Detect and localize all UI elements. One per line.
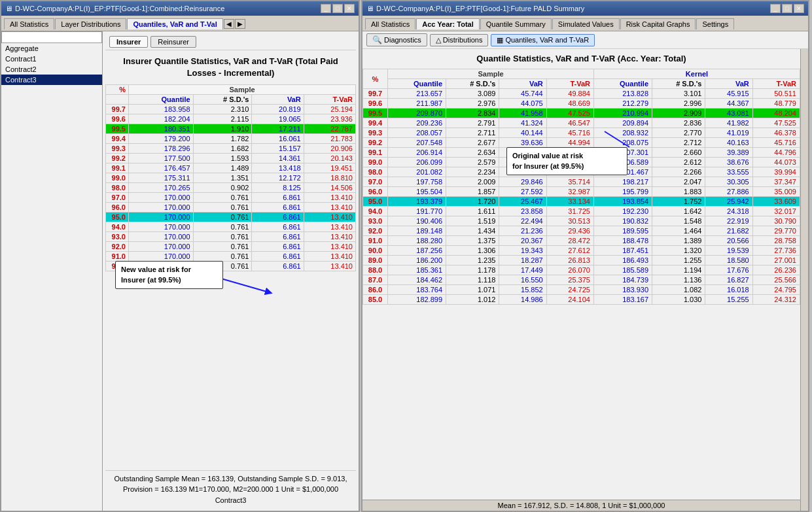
- sidebar-item-contract1[interactable]: Contract1: [1, 54, 102, 64]
- cell-sds: 1.682: [193, 144, 252, 154]
- rh-k-var: VaR: [705, 79, 752, 89]
- cell-s-quantile: 190.406: [388, 216, 446, 226]
- cell-k-var: 24.318: [705, 207, 752, 216]
- cell-pct: 99.5: [106, 124, 129, 134]
- cell-k-var: 41.019: [705, 128, 752, 138]
- subtab-reinsurer[interactable]: Reinsurer: [150, 36, 196, 48]
- tab-all-statistics[interactable]: All Statistics: [4, 18, 54, 29]
- right-scrollbar[interactable]: [800, 49, 808, 511]
- right-tab-settings[interactable]: Settings: [696, 18, 734, 29]
- cell-k-var: 44.367: [705, 99, 752, 109]
- cell-pct: 91.0: [106, 252, 129, 262]
- cell-quantile: 170.000: [129, 232, 194, 242]
- rh-s-var: VaR: [499, 79, 546, 89]
- cell-quantile: 170.000: [129, 242, 194, 252]
- cell-k-var: 41.982: [705, 118, 752, 128]
- cell-var: 20.819: [252, 105, 304, 114]
- cell-pct: 99.1: [363, 148, 388, 158]
- cell-k-sds: 2.712: [652, 138, 705, 148]
- diag-diagnostics[interactable]: 🔍 Diagnostics: [366, 33, 427, 46]
- cell-pct: 99.1: [106, 163, 129, 173]
- cell-pct: 99.4: [363, 118, 388, 128]
- right-tab-quantile-summary[interactable]: Quantile Summary: [480, 18, 552, 29]
- cell-k-quantile: 183.167: [593, 295, 652, 305]
- tab-prev[interactable]: ◀: [224, 19, 234, 29]
- cell-s-var: 39.636: [499, 138, 546, 148]
- cell-k-var: 19.539: [705, 246, 752, 256]
- cell-k-tvar: 24.312: [752, 295, 800, 305]
- right-close-button[interactable]: ✕: [794, 4, 804, 13]
- minimize-button[interactable]: _: [321, 4, 331, 13]
- table-row: 96.0 170.000 0.761 6.861 13.410: [106, 203, 356, 213]
- cell-sds: 0.761: [193, 252, 252, 262]
- right-maximize-button[interactable]: □: [782, 4, 792, 13]
- cell-s-sds: 1.519: [446, 216, 499, 226]
- cell-k-var: 15.255: [705, 295, 752, 305]
- cell-s-var: 17.449: [499, 265, 546, 275]
- table-row: 99.6 182.204 2.115 19.065 23.936: [106, 114, 356, 124]
- cell-s-var: 15.852: [499, 285, 546, 295]
- left-window-controls[interactable]: _ □ ✕: [321, 4, 355, 13]
- cell-s-var: 45.744: [499, 89, 546, 99]
- right-minimize-button[interactable]: _: [770, 4, 781, 13]
- cell-tvar: 22.787: [304, 124, 355, 134]
- right-tab-all-statistics[interactable]: All Statistics: [365, 18, 415, 29]
- cell-pct: 99.0: [106, 173, 129, 183]
- left-subtab-bar: Insurer Reinsurer: [105, 34, 356, 50]
- maximize-button[interactable]: □: [332, 4, 343, 13]
- cell-sds: 1.593: [193, 154, 252, 163]
- cell-var: 6.861: [252, 213, 304, 222]
- cell-sds: 0.761: [193, 213, 252, 222]
- cell-sds: 1.910: [193, 124, 252, 134]
- cell-k-quantile: 195.799: [593, 187, 652, 197]
- cell-s-tvar: 28.472: [546, 236, 593, 246]
- cell-s-sds: 2.234: [446, 167, 499, 177]
- cell-quantile: 177.500: [129, 154, 194, 163]
- right-tab-simulated-values[interactable]: Simulated Values: [552, 18, 620, 29]
- right-tab-risk-capital[interactable]: Risk Capital Graphs: [620, 18, 696, 29]
- cell-s-sds: 1.071: [446, 285, 499, 295]
- cell-pct: 97.0: [106, 193, 129, 203]
- cell-k-quantile: 209.894: [593, 118, 652, 128]
- cell-k-tvar: 30.790: [752, 216, 800, 226]
- cell-k-var: 25.942: [705, 197, 752, 207]
- cell-k-var: 43.081: [705, 109, 752, 118]
- cell-k-sds: 1.883: [652, 187, 705, 197]
- cell-k-quantile: 188.478: [593, 236, 652, 246]
- cell-tvar: 23.936: [304, 114, 355, 124]
- sidebar-item-contract2[interactable]: Contract2: [1, 64, 102, 75]
- cell-var: 6.861: [252, 262, 304, 271]
- cell-s-tvar: 46.547: [546, 118, 593, 128]
- right-tab-acc-year[interactable]: Acc Year: Total: [416, 18, 479, 29]
- cell-pct: 86.0: [363, 285, 388, 295]
- diag-distributions[interactable]: △ Distributions: [430, 34, 489, 46]
- sidebar-item-contract3[interactable]: Contract3: [1, 75, 102, 85]
- cell-s-tvar: 35.714: [546, 177, 593, 187]
- cell-s-quantile: 207.548: [388, 138, 446, 148]
- table-row: 93.0 190.406 1.519 22.494 30.513 190.832…: [363, 216, 800, 226]
- cell-pct: 90.0: [363, 246, 388, 256]
- right-window-controls[interactable]: _ □ ✕: [770, 4, 804, 13]
- cell-k-tvar: 29.770: [752, 226, 800, 236]
- subtab-insurer[interactable]: Insurer: [109, 36, 148, 48]
- cell-k-quantile: 208.075: [593, 138, 652, 148]
- cell-k-tvar: 35.009: [752, 187, 800, 197]
- tab-layer-distributions[interactable]: Layer Distributions: [55, 18, 126, 29]
- cell-s-var: 19.343: [499, 246, 546, 256]
- cell-s-quantile: 187.256: [388, 246, 446, 256]
- sidebar-item-aggregate[interactable]: Aggregate: [1, 43, 102, 54]
- tab-quantiles-var[interactable]: Quantiles, VaR and T-Val: [127, 18, 222, 29]
- tab-next[interactable]: ▶: [235, 19, 245, 29]
- cell-var: 16.061: [252, 134, 304, 144]
- diag-quantiles-label: Quantiles, VaR and T-VaR: [505, 36, 589, 44]
- cell-quantile: 175.311: [129, 173, 194, 183]
- rh-s-sds: # S.D.'s: [446, 79, 499, 89]
- cell-k-sds: 3.101: [652, 89, 705, 99]
- table-row: 93.0 170.000 0.761 6.861 13.410: [106, 232, 356, 242]
- close-button[interactable]: ✕: [344, 4, 355, 13]
- sidebar-filter-input[interactable]: Contract: [1, 31, 102, 43]
- cell-s-var: 44.075: [499, 99, 546, 109]
- triangle-icon: △: [436, 36, 441, 44]
- diag-quantiles[interactable]: ▦ Quantiles, VaR and T-VaR: [491, 34, 595, 46]
- cell-k-sds: 1.752: [652, 197, 705, 207]
